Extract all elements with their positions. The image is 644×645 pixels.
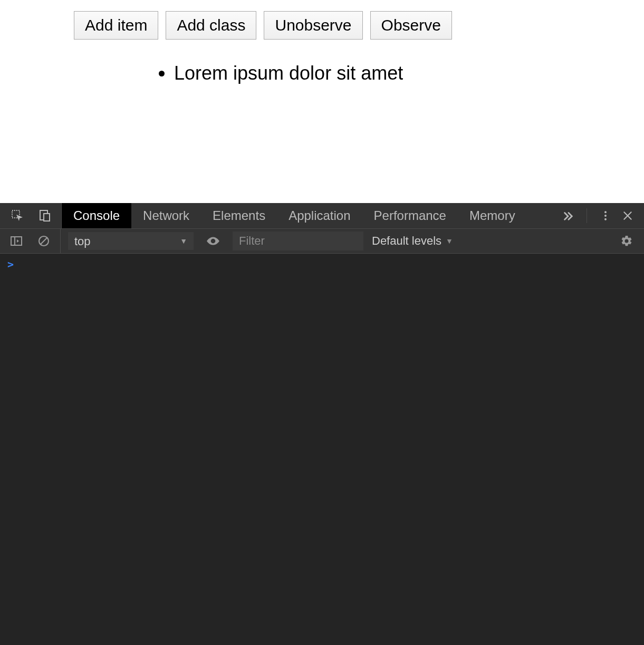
console-settings-icon[interactable] [618, 232, 636, 250]
toggle-sidebar-icon[interactable] [7, 232, 25, 250]
svg-point-5 [604, 215, 607, 217]
console-toolbar: top Default levels ▼ [0, 228, 644, 254]
chevron-down-icon: ▼ [446, 237, 453, 245]
tab-application[interactable]: Application [277, 203, 362, 228]
action-button-row: Add item Add class Unobserve Observe [74, 11, 452, 40]
tab-network[interactable]: Network [131, 203, 201, 228]
kebab-menu-icon[interactable] [597, 207, 614, 225]
device-toolbar-icon[interactable] [36, 207, 54, 225]
svg-rect-7 [11, 237, 22, 245]
svg-line-10 [41, 238, 47, 244]
clear-console-icon[interactable] [35, 232, 53, 250]
item-list: Lorem ipsum dolor sit amet [158, 62, 403, 84]
add-item-button[interactable]: Add item [74, 11, 158, 40]
list-item: Lorem ipsum dolor sit amet [174, 62, 403, 84]
devtools-panel: Console Network Elements Application Per… [0, 203, 644, 645]
tab-elements[interactable]: Elements [201, 203, 277, 228]
console-filter-input[interactable] [233, 232, 363, 251]
log-levels-dropdown[interactable]: Default levels ▼ [372, 234, 453, 248]
unobserve-button[interactable]: Unobserve [264, 11, 362, 40]
tab-performance[interactable]: Performance [362, 203, 458, 228]
live-expression-icon[interactable] [204, 232, 222, 250]
svg-rect-2 [44, 214, 50, 221]
page-content: Add item Add class Unobserve Observe Lor… [0, 0, 644, 203]
log-levels-label: Default levels [372, 234, 441, 248]
more-tabs-icon[interactable] [559, 207, 577, 225]
svg-point-6 [604, 218, 607, 220]
divider [587, 208, 587, 223]
observe-button[interactable]: Observe [370, 11, 452, 40]
console-prompt: > [7, 258, 14, 271]
inspect-element-icon[interactable] [8, 207, 26, 225]
devtools-tabstrip: Console Network Elements Application Per… [0, 203, 644, 228]
console-output[interactable]: > [0, 254, 644, 645]
tab-memory[interactable]: Memory [458, 203, 527, 228]
svg-point-4 [604, 211, 607, 213]
execution-context-select[interactable]: top [68, 232, 194, 250]
add-class-button[interactable]: Add class [166, 11, 256, 40]
tab-console[interactable]: Console [62, 203, 131, 228]
close-icon[interactable] [619, 207, 637, 225]
